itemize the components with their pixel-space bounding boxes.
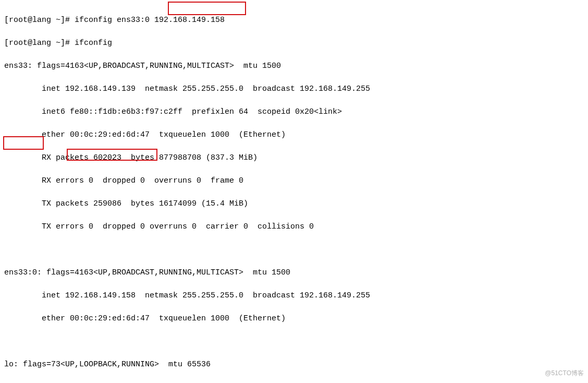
ens33-header: ens33: flags=4163<UP,BROADCAST,RUNNING,M…	[4, 61, 584, 72]
ens33-rx-errors: RX errors 0 dropped 0 overruns 0 frame 0	[4, 175, 584, 187]
ens33-inet6: inet6 fe80::f1db:e6b3:f97:c2ff prefixlen…	[4, 106, 584, 118]
ens33-0-inet: inet 192.168.149.158 netmask 255.255.255…	[4, 290, 584, 302]
ens33-0-header: ens33:0: flags=4163<UP,BROADCAST,RUNNING…	[4, 267, 584, 279]
ens33-0-ether: ether 00:0c:29:ed:6d:47 txqueuelen 1000 …	[4, 313, 584, 325]
terminal-output: [root@lang ~]# ifconfig ens33:0 192.168.…	[0, 0, 588, 383]
ens33-tx-errors: TX errors 0 dropped 0 overruns 0 carrier…	[4, 221, 584, 233]
lo-header: lo: flags=73<UP,LOOPBACK,RUNNING> mtu 65…	[4, 359, 584, 370]
ens33-tx-packets: TX packets 259086 bytes 16174099 (15.4 M…	[4, 198, 584, 210]
ens33-ether: ether 00:0c:29:ed:6d:47 txqueuelen 1000 …	[4, 129, 584, 141]
cmd-line-1: [root@lang ~]# ifconfig ens33:0 192.168.…	[4, 15, 584, 26]
ens33-rx-packets: RX packets 602023 bytes 877988708 (837.3…	[4, 152, 584, 164]
blank-line	[4, 336, 584, 348]
cmd-line-2: [root@lang ~]# ifconfig	[4, 38, 584, 49]
ens33-inet: inet 192.168.149.139 netmask 255.255.255…	[4, 83, 584, 95]
blank-line	[4, 244, 584, 256]
watermark: @51CTO博客	[545, 367, 584, 379]
